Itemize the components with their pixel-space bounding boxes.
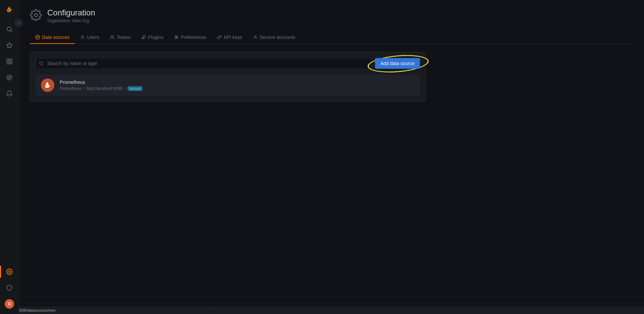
datasource-info: Prometheus Prometheus | http://localhost… — [60, 80, 415, 91]
sidebar-bottom: G — [0, 264, 19, 314]
main-content: Configuration Organization: Main Org. Da… — [19, 0, 644, 314]
search-wrapper — [36, 58, 371, 69]
page-header-text: Configuration Organization: Main Org. — [47, 8, 95, 23]
tab-teams[interactable]: Teams — [105, 31, 136, 44]
svg-rect-5 — [7, 59, 9, 61]
page-header: Configuration Organization: Main Org. — [30, 8, 633, 23]
svg-point-27 — [47, 86, 48, 87]
sidebar-item-starred[interactable] — [0, 38, 19, 53]
tab-data-sources[interactable]: Data sources — [30, 31, 75, 44]
svg-point-24 — [255, 36, 256, 37]
tab-service-accounts[interactable]: Service accounts — [248, 31, 301, 44]
svg-line-26 — [42, 64, 43, 65]
tab-api-keys-label: API keys — [224, 35, 242, 40]
datasource-badge: default — [127, 86, 143, 91]
search-input[interactable] — [36, 58, 371, 69]
datasource-name: Prometheus — [60, 80, 415, 85]
grafana-logo[interactable] — [0, 0, 19, 19]
tab-plugins[interactable]: Plugins — [136, 31, 169, 44]
svg-point-14 — [82, 36, 84, 37]
svg-rect-8 — [10, 62, 12, 64]
sidebar-item-alerting[interactable] — [0, 86, 19, 101]
page-subtitle: Organization: Main Org. — [47, 18, 95, 23]
svg-marker-10 — [8, 76, 10, 78]
sidebar-item-explore[interactable] — [0, 70, 19, 85]
tab-service-accounts-label: Service accounts — [260, 35, 296, 40]
sidebar-item-search[interactable] — [0, 22, 19, 37]
datasources-panel: Add data source Prometheus Prometheus — [30, 52, 426, 102]
panel-toolbar: Add data source — [36, 58, 420, 69]
search-icon — [39, 61, 44, 66]
sidebar-item-profile[interactable]: G — [0, 297, 19, 311]
tab-users[interactable]: Users — [75, 31, 105, 44]
page-title: Configuration — [47, 8, 95, 18]
sidebar: › — [0, 0, 19, 314]
svg-line-3 — [11, 31, 12, 32]
svg-point-23 — [175, 38, 176, 39]
svg-point-13 — [36, 35, 40, 37]
prometheus-icon — [41, 78, 54, 92]
add-datasource-button[interactable]: Add data source — [375, 58, 420, 69]
svg-point-15 — [111, 36, 113, 37]
configuration-tabs: Data sources Users Teams — [30, 31, 633, 44]
svg-rect-7 — [7, 62, 9, 64]
tab-preferences-label: Preferences — [181, 35, 206, 40]
tab-data-sources-label: Data sources — [42, 35, 69, 40]
separator-2: | — [124, 86, 125, 91]
datasource-type: Prometheus — [60, 86, 82, 91]
tab-teams-label: Teams — [117, 35, 130, 40]
svg-point-25 — [40, 62, 42, 64]
sidebar-item-server-admin[interactable] — [0, 280, 19, 295]
content-area: Configuration Organization: Main Org. Da… — [19, 0, 644, 302]
tab-users-label: Users — [87, 35, 99, 40]
sidebar-item-dashboards[interactable] — [0, 54, 19, 69]
datasource-url: http://localhost:9090 — [87, 86, 122, 91]
sidebar-item-configuration[interactable] — [0, 264, 19, 279]
tab-plugins-label: Plugins — [148, 35, 163, 40]
separator-1: | — [84, 86, 85, 91]
svg-point-12 — [35, 13, 38, 16]
svg-rect-6 — [10, 59, 12, 61]
svg-point-21 — [175, 36, 176, 36]
status-bar: localhost:3000/datasources/new — [0, 307, 644, 314]
datasource-row[interactable]: Prometheus Prometheus | http://localhost… — [36, 74, 420, 96]
svg-point-22 — [177, 37, 177, 38]
svg-point-11 — [9, 271, 10, 273]
svg-point-9 — [7, 75, 12, 80]
configuration-icon — [30, 9, 42, 22]
tab-preferences[interactable]: Preferences — [169, 31, 211, 44]
add-datasource-button-wrapper: Add data source — [375, 58, 420, 69]
user-avatar: G — [5, 299, 14, 309]
datasource-meta: Prometheus | http://localhost:9090 | def… — [60, 86, 415, 91]
tab-api-keys[interactable]: API keys — [212, 31, 248, 44]
svg-point-2 — [7, 27, 11, 31]
svg-marker-4 — [7, 43, 12, 48]
svg-point-1 — [8, 9, 9, 11]
sidebar-navigation — [0, 19, 19, 264]
